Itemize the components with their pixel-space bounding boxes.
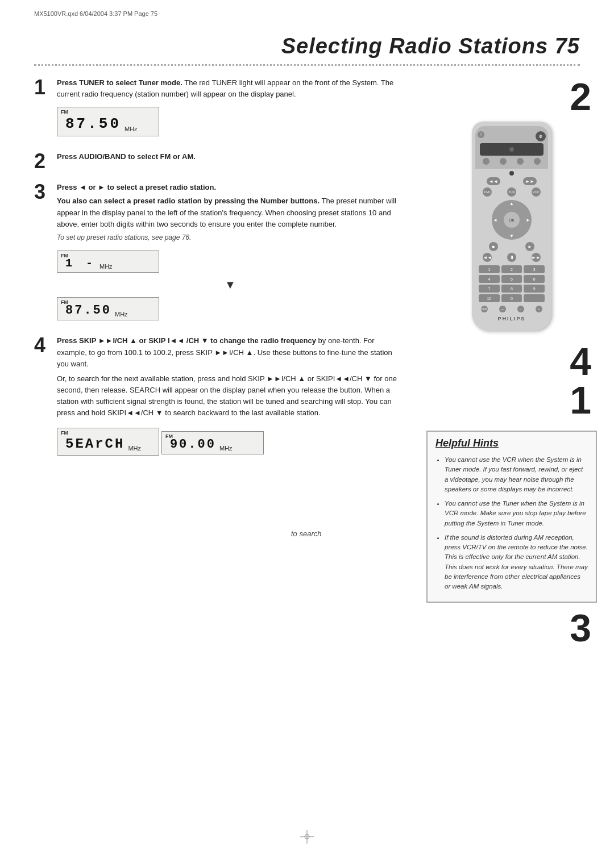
remote-mode-row [478,158,546,165]
deco-num-2: 2 [426,77,597,116]
step-3-note: To set up preset radio stations, see pag… [57,232,404,243]
remote-control: T ⏻ [472,122,551,331]
remote-container: T ⏻ [426,122,597,331]
hint-item-1: You cannot use the VCR when the System i… [445,455,588,494]
mhz-label-1: MHz [125,126,138,132]
remote-nav-left: ◄ [493,218,497,223]
mhz-label-tuned: MHz [219,445,233,452]
to-search-label: to search [291,529,321,538]
remote-btn-timerset: T [478,131,484,138]
remote-nav-ok: OK [504,212,520,228]
remote-num-4: 4 [479,275,500,283]
helpful-hints-title: Helpful Hints [435,437,588,449]
helpful-hints-box: Helpful Hints You cannot use the VCR whe… [426,431,597,603]
page-meta: MX5100VR.qxd 6/04/2004 3:37 PM Page 75 [34,10,157,17]
remote-screen [480,143,544,156]
remote-num-grid: 1 2 3 4 5 6 7 8 9 10 0 [479,265,545,302]
fm-label-3b: FM [61,299,68,305]
step-1-text: Press TUNER to select Tuner mode. The re… [57,77,404,100]
step-2-content: Press AUDIO/BAND to select FM or AM. [57,151,404,165]
remote-brand: PHILIPS [475,316,548,322]
remote-num-7: 7 [479,285,500,293]
fm-label-search: FM [61,430,68,436]
page-title: Selecting Radio Stations 75 [0,0,614,59]
remote-btn-skip-back: ◄◄ [487,177,500,185]
hint-item-2: You cannot use the Tuner when the System… [445,499,588,528]
remote-btn-pause: ⏸ [507,253,516,262]
remote-btn-dvd: DVD [483,187,492,197]
crosshair-bottom [300,830,314,845]
remote-btn-vol-down: - [517,306,524,312]
remote-num-9: 9 [524,285,545,293]
step-1-number: 1 [34,77,51,98]
remote-btn-setup [483,158,489,165]
display-panel-tuned: FM 90.00 MHz [161,431,264,454]
step-3-content: Press ◄ or ► to select a preset radio st… [57,182,404,325]
step-1: 1 Press TUNER to select Tuner mode. The … [34,77,404,141]
step-4-text-line2: Or, to search for the next available sta… [57,373,404,419]
step-3-text-line2: You also can select a preset radio stati… [57,195,404,229]
lcd-text-3b: 87.50 [65,303,111,318]
steps-column: 1 Press TUNER to select Tuner mode. The … [0,77,421,647]
remote-num-6: 6 [524,275,545,283]
display-panel-search: FM 5EArCH MHz [57,428,159,456]
remote-nav-pad: ▲ ▼ ◄ ► OK [492,200,532,240]
remote-num-1: 1 [479,265,500,273]
fm-label-1: FM [61,109,68,115]
remote-btn-rew: ◄◄ [483,253,492,262]
step-3-text-line1: Press ◄ or ► to select a preset radio st… [57,182,404,193]
remote-nav-down: ▼ [509,233,514,239]
deco-num-1: 1 [426,381,597,419]
remote-nav-area: ▲ ▼ ◄ ► OK [475,200,548,240]
remote-source-row: DVD TUN VCR [475,187,548,197]
remote-playback-row: ■ ► [475,242,548,251]
remote-btn-tuner: TUN [507,187,516,197]
remote-btn-vcr: VCR [532,187,541,197]
remote-btn-play: ► [525,242,534,251]
step-2-number: 2 [34,151,51,172]
main-content: 1 Press TUNER to select Tuner mode. The … [0,77,614,647]
display-panel-3b: FM 87.50 MHz [57,297,159,320]
remote-num-8: 8 [501,285,522,293]
fm-label-3a: FM [61,253,68,258]
step-1-content: Press TUNER to select Tuner mode. The re… [57,77,404,141]
hint-item-3: If the sound is distorted during AM rece… [445,533,588,592]
display-panel-3a: FM 1 - MHz [57,251,159,273]
remote-btn-skip-fwd: ►► [523,177,537,185]
arrow-down-icon: ▼ [57,278,404,291]
display-panel-1: FM 87.50 MHz [57,107,159,136]
remote-num-3: 3 [524,265,545,273]
lcd-text-search: 5EArCH [65,436,125,452]
remote-top: T ⏻ [475,126,548,169]
remote-btn-stop: ■ [489,242,498,251]
remote-nav-circle: ▲ ▼ ◄ ► OK [492,200,532,240]
remote-transport-row: ◄◄ ►► [475,177,548,185]
mhz-label-3a: MHz [99,263,113,270]
lcd-text-3a: 1 - [65,257,96,270]
remote-btn-subtitle [517,158,524,165]
remote-nav-up: ▲ [509,201,514,206]
deco-num-4: 4 [426,342,597,381]
remote-btn-mute: — [499,306,506,312]
remote-num-5: 5 [501,275,522,283]
lcd-text-1: 87.50 [65,115,121,132]
step-3: 3 Press ◄ or ► to select a preset radio … [34,182,404,325]
remote-btn-power: ⏻ [536,131,546,141]
remote-num-0: 0 [501,294,522,302]
remote-btn-audio [500,158,507,165]
helpful-hints-list: You cannot use the VCR when the System i… [435,455,588,591]
separator [34,64,580,66]
remote-btn-ff: ►► [532,253,541,262]
step-4-number: 4 [34,335,51,356]
step-2: 2 Press AUDIO/BAND to select FM or AM. [34,151,404,172]
remote-btn-angle [534,158,541,165]
remote-screen-dot [509,147,514,152]
step-2-text: Press AUDIO/BAND to select FM or AM. [57,151,404,162]
step-4-text-line1: Press SKIP ►►I/CH ▲ or SKIP I◄◄ /CH ▼ to… [57,335,404,369]
deco-num-3: 3 [426,608,597,647]
mhz-label-3b: MHz [115,311,128,318]
step-4-content: Press SKIP ►►I/CH ▲ or SKIP I◄◄ /CH ▼ to… [57,335,404,460]
remote-bottom-row: SUR — - + [475,306,548,312]
remote-nav-right: ► [526,218,530,223]
remote-num-extra [524,294,545,302]
